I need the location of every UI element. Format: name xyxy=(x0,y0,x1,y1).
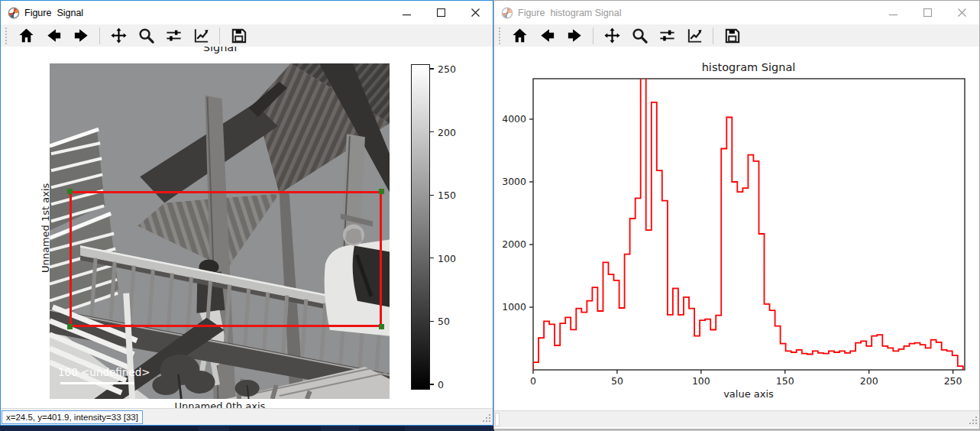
pan-button[interactable] xyxy=(107,26,130,46)
navigation-toolbar xyxy=(494,24,979,47)
minimize-icon xyxy=(403,8,411,17)
scalebar-label: 100 <undefined> xyxy=(58,366,150,378)
minimize-icon xyxy=(889,8,898,17)
colorbar-tick xyxy=(430,384,434,384)
close-button[interactable] xyxy=(458,1,493,24)
sliders-icon xyxy=(658,27,676,44)
toolbar-separator xyxy=(713,28,713,44)
x-axis-label: value axis xyxy=(723,388,774,400)
colorbar-tick-label: 50 xyxy=(438,316,450,327)
toolbar-separator xyxy=(219,28,220,44)
titlebar[interactable]: Figure histogram Signal xyxy=(494,1,979,24)
x-tick-label: 250 xyxy=(944,375,962,387)
roi-handle-topleft[interactable] xyxy=(67,189,73,194)
edit-parameters-button[interactable] xyxy=(189,26,212,46)
home-button[interactable] xyxy=(15,26,37,46)
toolbar-separator xyxy=(99,28,100,44)
forward-arrow-icon xyxy=(73,27,90,44)
matplotlib-icon xyxy=(501,7,513,19)
forward-button[interactable] xyxy=(563,26,586,46)
home-icon xyxy=(511,27,529,44)
titlebar[interactable]: Figure Signal xyxy=(1,1,493,24)
resize-grip[interactable] xyxy=(969,416,978,425)
colorbar[interactable] xyxy=(411,64,430,390)
back-button[interactable] xyxy=(535,26,558,46)
histogram-plot[interactable]: histogram Signal 10002000300040000501001… xyxy=(494,48,979,417)
statusbar: x=24.5, y=401.9, intensity=33 [33] xyxy=(1,408,493,425)
colorbar-tick xyxy=(430,321,434,322)
colorbar-tick-label: 150 xyxy=(438,190,456,201)
roi-handle-bottomright[interactable] xyxy=(379,324,384,329)
x-tick-label: 150 xyxy=(776,375,794,387)
colorbar-tick xyxy=(430,258,434,258)
colorbar-tick-label: 100 xyxy=(438,252,456,264)
cursor-position-readout xyxy=(495,413,500,426)
scalebar-line xyxy=(60,382,134,384)
line-chart-icon xyxy=(192,27,210,44)
close-button[interactable] xyxy=(945,1,979,24)
roi-handle-bottomleft[interactable] xyxy=(67,324,73,329)
chart-title: histogram Signal xyxy=(702,61,796,73)
home-icon xyxy=(18,27,35,44)
x-tick-label: 50 xyxy=(611,375,623,387)
save-button[interactable] xyxy=(720,26,743,46)
configure-subplots-button[interactable] xyxy=(655,26,678,46)
histogram-line xyxy=(533,69,963,370)
forward-button[interactable] xyxy=(70,26,92,46)
colorbar-tick-label: 0 xyxy=(438,379,444,390)
back-button[interactable] xyxy=(42,26,65,46)
edit-parameters-button[interactable] xyxy=(683,26,706,46)
close-icon xyxy=(958,8,966,17)
statusbar xyxy=(494,410,979,427)
back-arrow-icon xyxy=(539,27,556,44)
maximize-icon xyxy=(437,8,445,17)
x-tick-label: 100 xyxy=(692,375,710,387)
window-title: Figure Signal xyxy=(24,8,83,18)
magnifier-icon xyxy=(631,27,648,44)
pan-arrows-icon xyxy=(603,27,621,44)
maximize-icon xyxy=(923,8,932,17)
taskbar-edge xyxy=(0,426,494,431)
back-arrow-icon xyxy=(45,27,63,44)
line-chart-icon xyxy=(686,27,703,44)
navigation-toolbar xyxy=(1,24,493,47)
toolbar-drag-handle[interactable] xyxy=(499,28,502,44)
plot-border xyxy=(533,79,965,370)
x-tick-label: 200 xyxy=(860,375,878,387)
toolbar-drag-handle[interactable] xyxy=(5,28,8,44)
zoom-button[interactable] xyxy=(134,26,157,46)
x-tick-label: 0 xyxy=(530,375,536,387)
colorbar-tick-label: 250 xyxy=(438,63,456,75)
configure-subplots-button[interactable] xyxy=(162,26,185,46)
colorbar-tick xyxy=(430,68,434,69)
pan-button[interactable] xyxy=(600,26,623,46)
figure-canvas[interactable]: histogram Signal 10002000300040000501001… xyxy=(494,48,979,417)
resize-grip[interactable] xyxy=(482,413,491,423)
y-tick-label: 4000 xyxy=(502,113,526,125)
save-button[interactable] xyxy=(227,26,250,46)
floppy-save-icon xyxy=(723,27,741,44)
plot-title: Signal xyxy=(203,47,238,53)
figure-signal-window: Figure Signal Signal Unnamed 1st axis xyxy=(0,0,493,426)
y-tick-label: 2000 xyxy=(502,238,526,250)
colorbar-tick xyxy=(430,195,434,196)
sliders-icon xyxy=(165,27,183,44)
pan-arrows-icon xyxy=(110,27,128,44)
colorbar-tick-label: 200 xyxy=(438,126,456,138)
roi-handle-topright[interactable] xyxy=(379,189,384,194)
maximize-button[interactable] xyxy=(424,1,458,24)
window-title: Figure histogram Signal xyxy=(518,8,621,18)
forward-arrow-icon xyxy=(566,27,584,44)
maximize-button[interactable] xyxy=(910,1,945,24)
zoom-button[interactable] xyxy=(628,26,651,46)
minimize-button[interactable] xyxy=(390,1,424,24)
image-plot[interactable]: 100 <undefined> xyxy=(50,63,390,399)
cursor-position-readout: x=24.5, y=401.9, intensity=33 [33] xyxy=(2,410,143,424)
home-button[interactable] xyxy=(508,26,531,46)
toolbar-separator xyxy=(593,28,593,44)
y-tick-label: 3000 xyxy=(502,176,526,187)
roi-rectangle[interactable] xyxy=(70,191,382,327)
minimize-button[interactable] xyxy=(876,1,910,24)
matplotlib-icon xyxy=(8,7,20,19)
figure-canvas[interactable]: Signal Unnamed 1st axis xyxy=(1,47,493,410)
